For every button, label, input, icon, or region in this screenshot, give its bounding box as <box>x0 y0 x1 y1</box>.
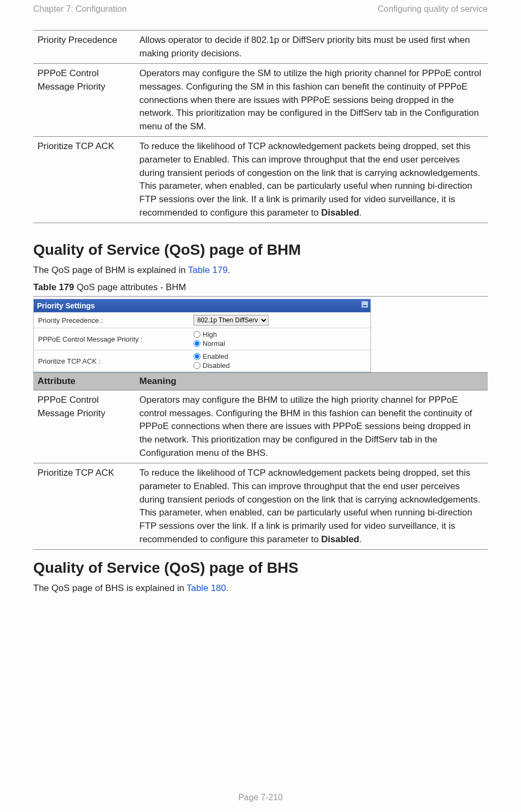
panel-title: Priority Settings <box>37 301 95 310</box>
table-row: Prioritize TCP ACK To reduce the likelih… <box>33 137 488 223</box>
meaning-text: To reduce the likelihood of TCP acknowle… <box>139 141 480 217</box>
attr-cell: Prioritize TCP ACK <box>33 137 135 223</box>
link-table-180[interactable]: Table 180 <box>187 583 226 593</box>
radio-label: Enabled <box>203 352 228 360</box>
panel-row-precedence: Priority Precedence : 802.1p Then DiffSe… <box>34 312 370 328</box>
radio-enabled[interactable]: Enabled <box>193 352 230 360</box>
table-bhm-qos: Attribute Meaning PPPoE Control Message … <box>33 372 488 550</box>
attr-cell: Prioritize TCP ACK <box>33 463 135 550</box>
intro-text: The QoS page of BHM is explained in <box>33 265 188 275</box>
attr-cell: PPPoE Control Message Priority <box>33 64 135 137</box>
radio-label: High <box>203 330 217 338</box>
radio-high[interactable]: High <box>193 330 225 338</box>
intro-text: . <box>226 583 229 593</box>
table-header-row: Attribute Meaning <box>33 373 488 390</box>
priority-settings-panel: Priority Settings Priority Precedence : … <box>33 299 371 372</box>
label-precedence: Priority Precedence : <box>34 314 189 327</box>
table-row: PPPoE Control Message Priority Operators… <box>33 64 488 137</box>
radio-input[interactable] <box>193 331 200 338</box>
radio-disabled[interactable]: Disabled <box>193 361 230 370</box>
select-precedence[interactable]: 802.1p Then DiffServ <box>193 315 269 326</box>
meaning-text: . <box>359 208 362 218</box>
meaning-cell: To reduce the likelihood of TCP acknowle… <box>135 463 488 550</box>
caption-rest: QoS page attributes - BHM <box>74 282 186 292</box>
attr-cell: PPPoE Control Message Priority <box>33 390 135 463</box>
radio-label: Normal <box>203 339 225 348</box>
th-meaning: Meaning <box>135 373 488 390</box>
radio-normal[interactable]: Normal <box>193 339 225 348</box>
label-pppoe: PPPoE Control Message Priority : <box>34 333 189 346</box>
caption-bold: Table 179 <box>33 282 74 292</box>
meaning-text: . <box>359 534 362 544</box>
link-table-179[interactable]: Table 179 <box>188 265 228 275</box>
panel-row-pppoe: PPPoE Control Message Priority : High No… <box>34 328 370 350</box>
heading-bhm: Quality of Service (QoS) page of BHM <box>33 241 488 259</box>
meaning-bold: Disabled <box>321 534 359 544</box>
label-tcpack: Prioritize TCP ACK : <box>34 355 189 368</box>
intro-bhm: The QoS page of BHM is explained in Tabl… <box>33 264 488 277</box>
table-sm-qos: Priority Precedence Allows operator to d… <box>33 30 488 223</box>
intro-text: . <box>228 265 230 275</box>
panel-row-tcpack: Prioritize TCP ACK : Enabled Disabled <box>34 350 370 372</box>
th-attribute: Attribute <box>33 373 135 390</box>
table-row: Priority Precedence Allows operator to d… <box>33 31 488 64</box>
meaning-cell: Allows operator to decide if 802.1p or D… <box>135 31 488 64</box>
meaning-text: To reduce the likelihood of TCP acknowle… <box>139 468 480 544</box>
panel-header: Priority Settings <box>34 299 370 312</box>
meaning-bold: Disabled <box>321 208 359 218</box>
radio-input[interactable] <box>193 340 200 347</box>
heading-bhs: Quality of Service (QoS) page of BHS <box>33 559 488 577</box>
meaning-cell: Operators may configure the BHM to utili… <box>135 390 488 463</box>
table-row: Prioritize TCP ACK To reduce the likelih… <box>33 463 488 550</box>
radio-label: Disabled <box>203 361 230 370</box>
header-left: Chapter 7: Configuration <box>33 4 126 14</box>
radio-input[interactable] <box>193 362 200 369</box>
radio-input[interactable] <box>193 353 200 360</box>
attr-cell: Priority Precedence <box>33 31 135 64</box>
caption-table-179: Table 179 QoS page attributes - BHM <box>33 282 488 293</box>
meaning-cell: Operators may configure the SM to utiliz… <box>135 64 488 137</box>
table-row: PPPoE Control Message Priority Operators… <box>33 390 488 463</box>
page-footer: Page 7-210 <box>0 793 521 802</box>
intro-text: The QoS page of BHS is explained in <box>33 583 187 593</box>
header-right: Configuring quality of service <box>378 4 488 14</box>
minimize-icon[interactable] <box>361 301 368 308</box>
intro-bhs: The QoS page of BHS is explained in Tabl… <box>33 582 488 595</box>
meaning-cell: To reduce the likelihood of TCP acknowle… <box>135 137 488 223</box>
